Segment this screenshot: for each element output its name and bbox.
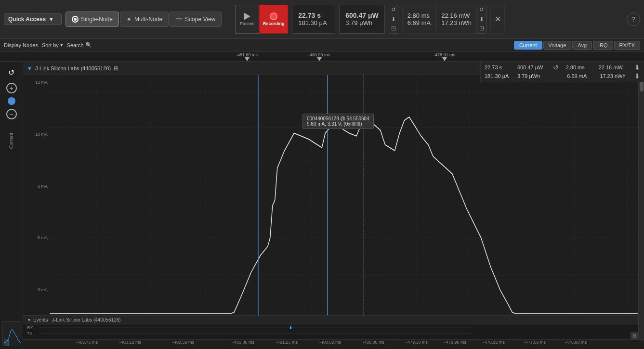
events-triangle-icon: ▼: [27, 318, 31, 323]
stats-main-panel: 22.73 s 181.30 μA: [292, 5, 335, 34]
search-label: Search: [67, 42, 84, 48]
events-expand-button[interactable]: ⊟: [631, 332, 638, 339]
waveform-svg: [50, 75, 644, 325]
y-label-10ma: 10 mA: [25, 132, 48, 137]
y-axis-label: Current: [9, 133, 14, 149]
copy-icon: ⊡: [391, 25, 396, 32]
sort-by-button[interactable]: Sort by ▾: [42, 42, 63, 48]
play-button[interactable]: Paused: [235, 5, 259, 34]
overlay-download2-icon[interactable]: ⬇: [634, 72, 640, 80]
main-content: ↺ + − Current ▼ J-Link Silicon Labs (440…: [0, 62, 644, 349]
display-nodes-item[interactable]: Display Nodes: [4, 42, 38, 48]
tab-voltage[interactable]: Voltage: [543, 41, 572, 50]
chart-stats-overlay: 22.73 s 600.47 μW ↺ 2.80 ms 22.16 mW ⬇ 1…: [480, 62, 644, 82]
help-icon: ?: [631, 15, 635, 23]
timeline-ruler: -481.80 ms -480.90 ms -478.91 ms: [0, 52, 644, 62]
multi-node-button[interactable]: ✦ Multi-Node: [120, 12, 169, 27]
stat-time: 22.73 s: [298, 12, 329, 19]
waveform-container[interactable]: 13 mA 10 mA 8 mA 5 mA 3 mA 0 mA: [23, 75, 644, 349]
overlay-energy2: 17.23 nWh: [600, 73, 629, 79]
time-tick-0: -483.75 ms: [76, 340, 98, 345]
tx-line: TX: [27, 331, 634, 336]
zoom-level-indicator: [8, 97, 15, 105]
stats-overlay-row2: 181.30 μA 3.79 μWh 6.69 mA 17.23 nWh ⬇: [485, 72, 640, 80]
stat-power2: 22.16 mW: [441, 12, 472, 19]
stats-current2-item: 6.69 mA 17.23 nWh: [567, 73, 629, 79]
time-tick-4: -481.25 ms: [276, 340, 298, 345]
left-panel: ↺ + − Current: [0, 62, 23, 349]
ruler-marker-1-tick: [245, 57, 250, 61]
reset-icon: ↺: [391, 6, 396, 13]
overlay-current2: 6.69 mA: [567, 73, 596, 79]
copy-icon-btn[interactable]: ⊡: [389, 24, 398, 33]
reset2-icon-btn[interactable]: ↺: [477, 5, 486, 15]
stat-time2: 2.80 ms: [407, 12, 431, 19]
record-label: Recording: [263, 21, 285, 26]
stats-overlay-row1: 22.73 s 600.47 μW ↺ 2.80 ms 22.16 mW ⬇: [485, 64, 640, 71]
device-name-label: J-Link Silicon Labs (440056128): [35, 65, 111, 71]
overlay-download-icon[interactable]: ⬇: [634, 64, 640, 71]
y-axis: 13 mA 10 mA 8 mA 5 mA 3 mA 0 mA: [23, 75, 50, 349]
events-bar: ▼ Events · J-Link Silicon Labs (44005612…: [23, 315, 638, 339]
tab-current[interactable]: Current: [514, 41, 542, 50]
stat-current: 181.30 μA: [298, 19, 329, 26]
events-header: ▼ Events · J-Link Silicon Labs (44005612…: [23, 316, 638, 324]
search-icon: 🔍: [85, 42, 92, 48]
zoom-out-button[interactable]: −: [6, 109, 17, 119]
undo-button[interactable]: ↺: [5, 65, 18, 79]
help-button[interactable]: ?: [627, 13, 640, 26]
time-ticks-container: -483.75 ms -483.12 ms -482.50 ms -481.80…: [50, 340, 618, 349]
playback-controls: Paused Recording: [235, 5, 288, 34]
stat-power2-col: 22.16 mW 17.23 nWh: [436, 5, 477, 34]
chart-triangle-icon: ▼: [27, 65, 32, 71]
tab-irq[interactable]: IRQ: [593, 41, 613, 50]
y-label-5ma: 5 mA: [25, 235, 48, 240]
ruler-marker-1: -481.80 ms: [236, 52, 258, 61]
record-button[interactable]: Recording: [259, 5, 288, 34]
single-node-button[interactable]: Single-Node: [66, 12, 119, 27]
time-tick-11: -476.88 ms: [565, 340, 587, 345]
overlay-time2: 2.80 ms: [566, 65, 595, 70]
y-label-8ma: 8 mA: [25, 184, 48, 189]
copy2-icon-btn[interactable]: ⊡: [477, 24, 486, 33]
stats-power-panel: 600.47 μW 3.79 μWh: [339, 5, 385, 34]
record-icon: [270, 13, 277, 20]
download-icon-btn[interactable]: ⬇: [389, 14, 398, 24]
events-label: Events · J-Link Silicon Labs (440056128): [33, 317, 121, 323]
stat-current2: 6.69 mA: [407, 19, 431, 26]
sort-by-label: Sort by: [42, 42, 59, 48]
stat-energy2: 17.23 nWh: [441, 19, 472, 26]
rxtx-rows: RX TX: [23, 324, 638, 337]
stats-secondary-panel: 2.80 ms 6.69 mA 22.16 mW 17.23 nWh ↺ ⬇ ⊡: [402, 5, 486, 34]
download2-icon-btn[interactable]: ⬇: [477, 14, 486, 24]
waveform-thumbnail: [2, 321, 21, 345]
overlay-reset-icon[interactable]: ↺: [553, 64, 559, 71]
scope-view-button[interactable]: 〜 Scope View: [170, 12, 222, 27]
quick-access-button[interactable]: Quick Access ▾: [4, 13, 62, 25]
tx-label: TX: [27, 331, 37, 336]
expand-icon[interactable]: ⊞: [114, 65, 118, 72]
download-icon: ⬇: [391, 16, 396, 23]
tab-avg[interactable]: Avg: [572, 41, 592, 50]
overlay-time: 22.73 s: [485, 65, 513, 70]
time-tick-2: -482.50 ms: [172, 340, 194, 345]
overlay-energy: 3.79 μWh: [517, 73, 546, 79]
time-tick-1: -483.12 ms: [119, 340, 141, 345]
svg-rect-1: [5, 340, 9, 346]
time-tick-7: -479.38 ms: [406, 340, 428, 345]
close-panel-button[interactable]: ✕: [490, 5, 505, 34]
scope-view-icon: 〜: [176, 15, 183, 24]
reset-icon-btn[interactable]: ↺: [389, 5, 398, 15]
search-button[interactable]: Search 🔍: [67, 42, 92, 48]
play-icon: [244, 13, 250, 20]
tab-rxtx[interactable]: RX/TX: [614, 41, 640, 50]
time-tick-6: -480.00 ms: [363, 340, 384, 345]
chart-area: ▼ J-Link Silicon Labs (440056128) ⊞ 22.7…: [23, 62, 644, 349]
stat-energy: 3.79 μWh: [345, 19, 379, 26]
single-node-label: Single-Node: [81, 16, 113, 23]
zoom-in-button[interactable]: +: [6, 83, 17, 93]
stat-time2-col: 2.80 ms 6.69 mA: [402, 5, 436, 34]
play-label: Paused: [240, 21, 255, 26]
time-tick-8: -478.90 ms: [445, 340, 466, 345]
right-scrollbar[interactable]: [638, 75, 644, 339]
